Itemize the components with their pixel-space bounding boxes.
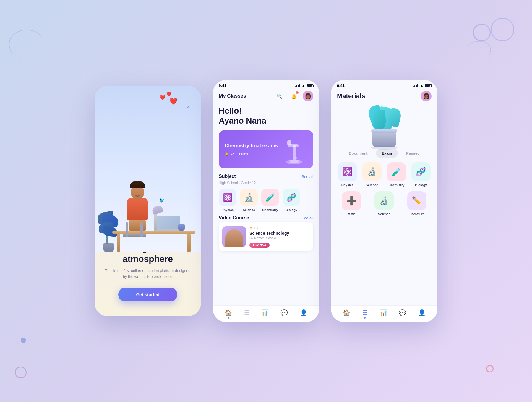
subject-section: Subject See all High School - Grade 12 ⚛… <box>213 174 319 215</box>
subject-chemistry[interactable]: 🧪 Chemistry <box>261 189 279 212</box>
splash-phone: ❤️ ❤️ ❤️ ♪ 🐦 Bring a fun atmosphere This… <box>95 86 201 316</box>
tab-passed[interactable]: Passed <box>400 149 426 158</box>
mat-literature[interactable]: ✏️ Literature <box>402 191 432 216</box>
legs <box>129 220 146 231</box>
lamp-pole <box>154 213 157 231</box>
banner-text: Chemistry final exams 🔔 45 minutes <box>225 142 278 156</box>
mat-math-icon: ➕ <box>342 191 361 210</box>
materials-phone: 9:41 ▲ Materials 👩🏾 <box>331 80 437 322</box>
mat-nav-stats[interactable]: 📊 <box>379 309 387 316</box>
classes-phone: 9:41 ▲ My Classes 🔍 🔔 1 <box>213 80 319 322</box>
mat-list-icon: ☰ <box>362 309 368 316</box>
greeting-line2: Ayano Nana <box>219 116 313 126</box>
status-icons: ▲ <box>295 83 313 88</box>
chair-leg2 <box>140 222 143 237</box>
bottom-nav: 🏠 ☰ 📊 💬 👤 <box>213 305 319 322</box>
banner-illustration <box>281 136 307 163</box>
person <box>127 181 148 231</box>
mat-science-icon: 🔬 <box>362 162 382 181</box>
materials-status-icons: ▲ <box>413 83 432 88</box>
deco-dot-2 <box>486 365 494 372</box>
nav-chat[interactable]: 💬 <box>280 309 288 316</box>
battery-indicator <box>425 84 432 87</box>
mat-stats-icon: 📊 <box>379 309 387 316</box>
mat-nav-profile[interactable]: 👤 <box>418 309 426 316</box>
star-icon: ★ <box>249 226 252 230</box>
video-see-all[interactable]: See all <box>301 216 313 220</box>
mat-biology-icon: 🧬 <box>411 162 431 181</box>
materials-user-avatar[interactable]: 👩🏾 <box>421 91 432 101</box>
subject-header: Subject See all <box>219 174 313 179</box>
mat-nav-home[interactable]: 🏠 <box>343 309 350 316</box>
nav-home[interactable]: 🏠 <box>225 309 232 316</box>
subject-physics[interactable]: ⚛️ Physics <box>219 189 236 212</box>
exam-banner[interactable]: Chemistry final exams 🔔 45 minutes <box>219 130 313 168</box>
video-title: Video Course <box>219 215 249 221</box>
mat-chemistry[interactable]: 🧪 Chemistry <box>386 162 407 187</box>
mat-nav-chat[interactable]: 💬 <box>399 309 406 316</box>
profile-icon: 👤 <box>300 309 307 316</box>
wifi-icon: ▲ <box>301 83 305 88</box>
search-button[interactable]: 🔍 <box>274 91 285 101</box>
biology-icon: 🧬 <box>283 189 300 206</box>
mat-science2-icon: 🔬 <box>374 191 394 210</box>
desk-leg-left <box>117 234 120 252</box>
classes-header-title: My Classes <box>219 93 246 99</box>
video-card[interactable]: ★ 4.6 Science Technology By Nozomi Sasak… <box>219 222 313 251</box>
svg-point-6 <box>293 157 296 159</box>
chat-icon: 💬 <box>280 309 288 316</box>
mat-biology[interactable]: 🧬 Biology <box>411 162 432 187</box>
hair <box>130 181 145 188</box>
mat-math[interactable]: ➕ Math <box>337 191 366 216</box>
subject-science[interactable]: 🔬 Science <box>240 189 258 212</box>
materials-row-2: ➕ Math 🔬 Science ✏️ Literature <box>331 191 437 220</box>
science-label: Science <box>243 208 255 212</box>
smile <box>135 194 140 197</box>
notification-badge: 1 <box>295 91 299 95</box>
notification-button[interactable]: 🔔 1 <box>288 91 299 101</box>
pot-rim <box>371 129 397 133</box>
materials-status-bar: 9:41 ▲ <box>331 80 437 89</box>
get-started-button[interactable]: Get started <box>118 288 177 302</box>
subject-subtitle: High School - Grade 12 <box>219 181 313 185</box>
tab-document[interactable]: Document <box>343 149 374 158</box>
microscope-svg <box>281 136 307 166</box>
nav-stats[interactable]: 📊 <box>261 309 269 316</box>
greeting: Hello! Ayano Nana <box>213 104 319 130</box>
subject-see-all[interactable]: See all <box>301 174 313 179</box>
classes-header: My Classes 🔍 🔔 1 👩🏾 <box>213 89 319 104</box>
mat-science-1[interactable]: 🔬 Science <box>361 162 382 187</box>
mat-literature-icon: ✏️ <box>407 191 426 210</box>
nav-list[interactable]: ☰ <box>244 309 249 316</box>
video-thumbnail <box>222 226 246 247</box>
materials-bottom-nav: 🏠 ☰ 📊 💬 👤 <box>331 305 437 322</box>
svg-rect-4 <box>287 140 291 145</box>
deco-lines <box>9 30 44 59</box>
mat-literature-label: Literature <box>409 212 424 216</box>
materials-tabs: Document Exam Passed <box>331 149 437 162</box>
mat-nav-list[interactable]: ☰ <box>362 309 368 316</box>
heart-icon-3: ❤️ <box>166 92 171 96</box>
nav-profile[interactable]: 👤 <box>300 309 307 316</box>
subject-biology[interactable]: 🧬 Biology <box>283 189 300 212</box>
video-rating: ★ 4.6 <box>249 226 310 230</box>
user-avatar[interactable]: 👩🏾 <box>303 91 313 101</box>
deco-circle-3 <box>491 18 514 41</box>
mat-biology-label: Biology <box>415 183 427 187</box>
video-section: Video Course See all ★ 4.6 Science Techn… <box>213 215 319 255</box>
physics-icon: ⚛️ <box>219 189 236 206</box>
body <box>127 198 148 220</box>
mat-science-2[interactable]: 🔬 Science <box>370 191 399 216</box>
mat-physics[interactable]: ⚛️ Physics <box>337 162 358 187</box>
plant-shadow <box>371 146 398 150</box>
materials-status-time: 9:41 <box>337 83 345 88</box>
mat-nav-indicator <box>364 317 366 319</box>
stats-icon: 📊 <box>261 309 269 316</box>
chemistry-icon: 🧪 <box>261 189 279 206</box>
mat-profile-icon: 👤 <box>418 309 426 316</box>
physics-label: Physics <box>221 208 234 212</box>
video-header: Video Course See all <box>219 215 313 221</box>
tab-exam[interactable]: Exam <box>376 149 398 158</box>
header-icons: 🔍 🔔 1 👩🏾 <box>274 91 313 101</box>
bird-icon: 🐦 <box>159 197 165 203</box>
